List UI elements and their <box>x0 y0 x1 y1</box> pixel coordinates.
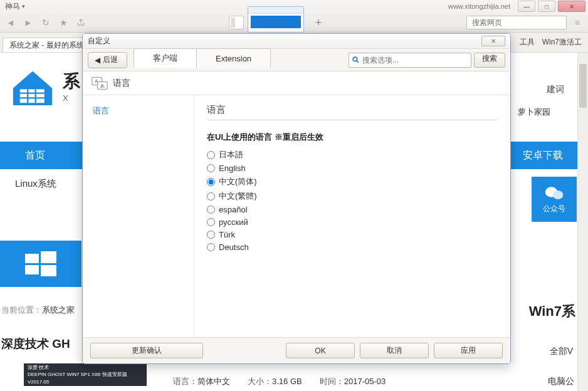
windows-band[interactable] <box>0 241 81 287</box>
radio-japanese[interactable]: 日本語 <box>207 149 498 160</box>
svg-rect-12 <box>41 265 56 276</box>
svg-point-13 <box>353 57 357 61</box>
web-search-input[interactable] <box>472 18 566 27</box>
nav-reload-button[interactable]: ↻ <box>39 16 53 29</box>
dialog-titlebar: 自定义 ✕ <box>83 34 510 49</box>
windows-icon <box>25 251 56 276</box>
options-search-button[interactable]: 搜索 <box>474 53 505 68</box>
wechat-widget[interactable]: 公众号 <box>532 177 577 222</box>
update-confirm-button[interactable]: 更新确认 <box>90 343 203 358</box>
apply-button[interactable]: 应用 <box>434 343 503 358</box>
dialog-sidebar: 语言 <box>83 95 194 337</box>
back-arrow-icon: ◀ <box>95 56 100 65</box>
tabstrip-link-win7[interactable]: Win7激活工 <box>542 37 582 48</box>
logo-subtext: X <box>63 93 80 103</box>
radio-chinese-simplified[interactable]: 中文(简体) <box>207 176 498 187</box>
nav-home[interactable]: 首页 <box>0 149 45 162</box>
radio-russian[interactable]: русский <box>207 217 498 227</box>
hot-keywords-label: 建词 <box>547 84 564 95</box>
nav-toolbar: ◄ ► ↻ ★ + ≡ <box>0 13 588 33</box>
back-button[interactable]: ◀ 后退 <box>88 52 127 68</box>
svg-point-8 <box>553 190 564 199</box>
section-title: 语言 <box>207 104 498 120</box>
wechat-icon <box>545 185 564 201</box>
breadcrumb-link[interactable]: 系统之家 <box>42 305 75 315</box>
page-tab[interactable]: 系统之家 - 最好的系统 <box>3 38 91 53</box>
radio-english[interactable]: English <box>207 164 498 173</box>
dialog-toolbar: ◀ 后退 客户端 Extension 搜索 <box>83 49 510 71</box>
wechat-label: 公众号 <box>543 204 565 214</box>
house-logo-icon <box>8 64 58 108</box>
options-search-box[interactable] <box>349 53 471 68</box>
svg-rect-9 <box>25 254 39 263</box>
window-close-button[interactable]: ✕ <box>558 1 585 12</box>
nav-linux[interactable]: Linux系统 <box>15 178 56 190</box>
browser-chrome: 神马 www.xitongzhijia.net — □ ✕ ◄ ► ↻ ★ + … <box>0 0 588 33</box>
pc-label: 电脑公 <box>548 376 574 387</box>
app-menu[interactable]: 神马 <box>3 1 25 12</box>
window-minimize-button[interactable]: — <box>518 1 535 12</box>
svg-rect-1 <box>20 89 45 103</box>
window-maximize-button[interactable]: □ <box>538 1 555 12</box>
search-icon <box>352 56 360 64</box>
svg-rect-10 <box>41 251 56 263</box>
nav-back-button[interactable]: ◄ <box>4 16 18 29</box>
meta-row: 语言：简体中文 大小：3.16 GB 时间：2017-05-03 <box>173 376 386 387</box>
site-logo[interactable]: 系 X <box>8 64 80 108</box>
options-search-input[interactable] <box>362 56 468 65</box>
tab-client[interactable]: 客户端 <box>134 48 197 68</box>
panel-toggle-button[interactable] <box>229 16 244 29</box>
radio-chinese-traditional[interactable]: 中文(繁體) <box>207 190 498 202</box>
svg-rect-11 <box>25 265 39 274</box>
breadcrumb: 当前位置：系统之家 <box>1 305 75 316</box>
radio-turkish[interactable]: Türk <box>207 230 498 239</box>
deepin-thumbnail[interactable]: 深度·技术 DEEPIN GHOST WIN7 SP1 X86 快速安装版 V2… <box>24 363 147 386</box>
nav-link[interactable]: 萝卜家园 <box>518 107 550 118</box>
tabstrip-link-tools[interactable]: 工具 <box>520 37 535 48</box>
sidebar-item-language[interactable]: 语言 <box>93 103 184 119</box>
menu-button[interactable]: ≡ <box>570 16 584 29</box>
nav-bookmark-button[interactable]: ★ <box>56 16 70 29</box>
preferences-dialog: 自定义 ✕ ◀ 后退 客户端 Extension 搜索 Aあ 语言 语言 语言 … <box>82 33 511 364</box>
language-icon: Aあ <box>92 76 108 90</box>
language-radio-group: 日本語 English 中文(简体) 中文(繁體) español русски… <box>207 149 498 252</box>
svg-text:あ: あ <box>100 83 105 88</box>
dialog-footer: 更新确认 OK 取消 应用 <box>83 337 510 363</box>
dialog-close-button[interactable]: ✕ <box>481 36 505 46</box>
article-title[interactable]: 深度技术 GH <box>1 336 70 352</box>
web-search-box[interactable] <box>466 16 567 29</box>
logo-text: 系 <box>63 70 80 93</box>
field-label: 在UI上使用的语言 ※重启后生效 <box>207 132 498 143</box>
radio-spanish[interactable]: español <box>207 205 498 214</box>
share-icon <box>76 18 85 27</box>
ok-button[interactable]: OK <box>286 343 355 358</box>
nav-share-button[interactable] <box>74 16 88 29</box>
dialog-title: 自定义 <box>88 36 110 46</box>
radio-german[interactable]: Deutsch <box>207 242 498 252</box>
win7-heading: Win7系 <box>529 302 575 321</box>
dialog-main: 语言 在UI上使用的语言 ※重启后生效 日本語 English 中文(简体) 中… <box>194 95 510 337</box>
new-tab-button[interactable]: + <box>312 16 325 29</box>
vertical-scrollbar[interactable] <box>577 53 588 391</box>
tab-extension[interactable]: Extension <box>197 48 271 68</box>
cancel-button[interactable]: 取消 <box>360 343 429 358</box>
section-header: Aあ 语言 <box>83 71 510 95</box>
tab-thumbnail[interactable] <box>248 6 304 33</box>
url-display: www.xitongzhijia.net <box>448 3 510 10</box>
all-link[interactable]: 全部V <box>550 346 573 357</box>
nav-forward-button[interactable]: ► <box>21 16 35 29</box>
dialog-tabs: 客户端 Extension <box>134 48 271 67</box>
